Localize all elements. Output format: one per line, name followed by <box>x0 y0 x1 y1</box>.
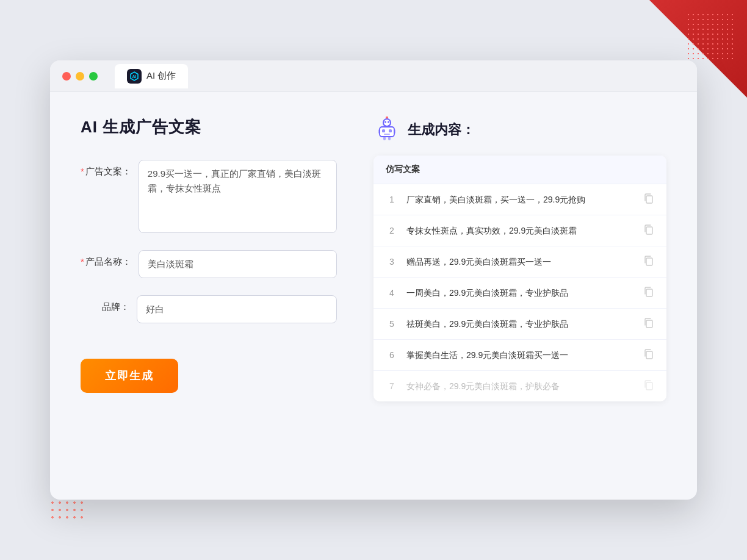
table-row: 3赠品再送，29.9元美白淡斑霜买一送一 <box>374 246 666 278</box>
ad-copy-input[interactable] <box>139 160 337 233</box>
svg-rect-24 <box>646 382 652 390</box>
svg-rect-10 <box>382 129 385 132</box>
svg-rect-15 <box>383 137 386 140</box>
bg-dots-red <box>686 12 735 61</box>
ad-copy-required: * <box>81 166 84 176</box>
bg-dots-pink <box>49 499 85 523</box>
table-row: 6掌握美白生活，29.9元美白淡斑霜买一送一 <box>374 340 666 371</box>
svg-rect-21 <box>646 289 652 296</box>
row-text: 赠品再送，29.9元美白淡斑霜买一送一 <box>406 256 635 268</box>
copy-icon[interactable] <box>643 379 654 393</box>
tab-label: AI 创作 <box>146 70 176 82</box>
row-number: 3 <box>386 257 398 267</box>
copy-icon[interactable] <box>643 193 654 206</box>
table-row: 4一周美白，29.9元美白淡斑霜，专业护肤品 <box>374 278 666 309</box>
generate-button[interactable]: 立即生成 <box>81 359 178 393</box>
copy-icon[interactable] <box>643 224 654 237</box>
copy-icon[interactable] <box>643 317 654 331</box>
main-content: AI 生成广告文案 *广告文案： *产品名称： 品牌： 立 <box>50 92 697 483</box>
svg-point-4 <box>384 121 386 123</box>
table-header: 仿写文案 <box>374 156 666 184</box>
right-panel: 生成内容： 仿写文案 1厂家直销，美白淡斑霜，买一送一，29.9元抢购 2专抹女… <box>374 117 666 458</box>
table-row: 7女神必备，29.9元美白淡斑霜，护肤必备 <box>374 371 666 401</box>
svg-rect-12 <box>384 134 390 135</box>
browser-window: AI AI 创作 AI 生成广告文案 *广告文案： *产品名称： <box>50 60 697 500</box>
svg-rect-19 <box>646 227 652 234</box>
ai-tab-icon: AI <box>127 69 142 84</box>
svg-rect-16 <box>388 137 391 140</box>
svg-rect-13 <box>378 129 380 134</box>
right-title: 生成内容： <box>408 121 475 139</box>
title-bar: AI AI 创作 <box>50 60 697 92</box>
row-number: 6 <box>386 350 398 360</box>
row-number: 5 <box>386 319 398 329</box>
left-panel: AI 生成广告文案 *广告文案： *产品名称： 品牌： 立 <box>81 117 337 458</box>
brand-input[interactable] <box>137 295 337 323</box>
ad-copy-group: *广告文案： <box>81 160 337 233</box>
table-row: 2专抹女性斑点，真实功效，29.9元美白淡斑霜 <box>374 215 666 246</box>
row-number: 2 <box>386 226 398 235</box>
results-table: 仿写文案 1厂家直销，美白淡斑霜，买一送一，29.9元抢购 2专抹女性斑点，真实… <box>374 156 666 401</box>
ad-copy-label: *广告文案： <box>81 160 131 178</box>
svg-point-3 <box>383 119 391 126</box>
table-row: 1厂家直销，美白淡斑霜，买一送一，29.9元抢购 <box>374 184 666 215</box>
page-title: AI 生成广告文案 <box>81 117 337 138</box>
traffic-lights <box>62 72 98 81</box>
svg-rect-11 <box>389 129 392 132</box>
svg-rect-22 <box>646 320 652 328</box>
brand-label: 品牌： <box>81 295 129 313</box>
svg-rect-9 <box>380 127 394 137</box>
product-name-input[interactable] <box>139 250 337 278</box>
brand-group: 品牌： <box>81 295 337 323</box>
svg-rect-20 <box>646 258 652 265</box>
row-number: 4 <box>386 288 398 298</box>
robot-icon <box>374 117 400 143</box>
close-button[interactable] <box>62 72 71 81</box>
product-name-group: *产品名称： <box>81 250 337 278</box>
row-text: 一周美白，29.9元美白淡斑霜，专业护肤品 <box>406 287 635 300</box>
row-text: 女神必备，29.9元美白淡斑霜，护肤必备 <box>406 380 635 393</box>
product-name-required: * <box>81 256 84 267</box>
svg-rect-23 <box>646 351 652 359</box>
maximize-button[interactable] <box>89 72 98 81</box>
row-text: 专抹女性斑点，真实功效，29.9元美白淡斑霜 <box>406 224 635 237</box>
svg-point-5 <box>388 121 389 123</box>
product-name-label: *产品名称： <box>81 250 131 268</box>
svg-rect-18 <box>646 196 652 203</box>
row-number: 1 <box>386 195 398 204</box>
ai-tab[interactable]: AI AI 创作 <box>115 64 188 88</box>
table-row: 5祛斑美白，29.9元美白淡斑霜，专业护肤品 <box>374 309 666 340</box>
minimize-button[interactable] <box>76 72 84 81</box>
results-rows: 1厂家直销，美白淡斑霜，买一送一，29.9元抢购 2专抹女性斑点，真实功效，29… <box>374 184 666 401</box>
copy-icon[interactable] <box>643 286 654 300</box>
svg-rect-14 <box>394 129 395 134</box>
row-text: 祛斑美白，29.9元美白淡斑霜，专业护肤品 <box>406 318 635 331</box>
row-text: 厂家直销，美白淡斑霜，买一送一，29.9元抢购 <box>406 193 635 206</box>
svg-text:AI: AI <box>132 74 137 79</box>
row-text: 掌握美白生活，29.9元美白淡斑霜买一送一 <box>406 349 635 362</box>
row-number: 7 <box>386 381 398 391</box>
copy-icon[interactable] <box>643 348 654 362</box>
right-header: 生成内容： <box>374 117 666 143</box>
copy-icon[interactable] <box>643 255 654 268</box>
